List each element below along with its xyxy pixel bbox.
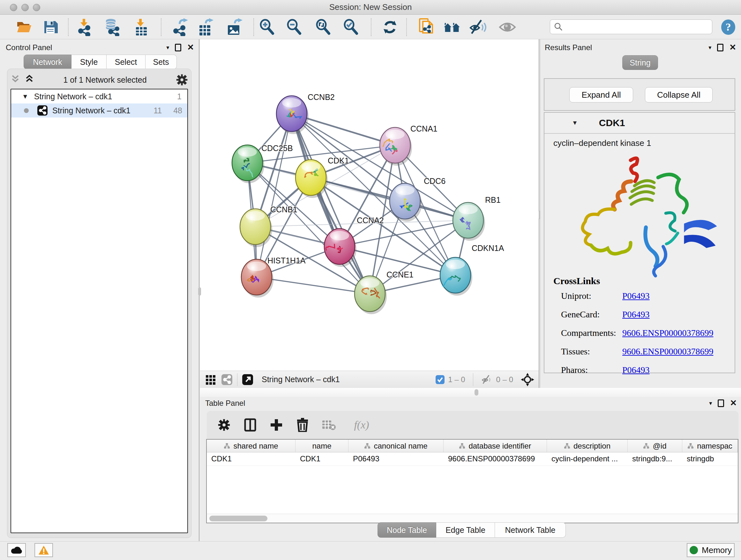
table-gear-icon[interactable] [216, 417, 232, 433]
gear-icon[interactable] [176, 74, 188, 86]
window-close-button[interactable] [10, 4, 17, 11]
tab-edge-table[interactable]: Edge Table [436, 522, 495, 538]
tab-sets[interactable]: Sets [145, 55, 177, 69]
import-network-from-database-icon[interactable] [103, 18, 121, 36]
show-all-icon[interactable] [498, 18, 516, 36]
tab-style[interactable]: Style [71, 55, 107, 69]
network-node-cdc6[interactable]: CDC6 [390, 177, 446, 222]
home-icon[interactable] [443, 18, 461, 36]
collapse-all-button[interactable]: Collapse All [645, 87, 713, 103]
network-edge[interactable] [257, 277, 370, 294]
network-node-ccne1[interactable]: CCNE1 [354, 270, 414, 314]
table-cell[interactable]: stringdb:9... [628, 452, 682, 465]
table-panel-float-icon[interactable] [718, 399, 724, 407]
tab-select[interactable]: Select [107, 55, 145, 69]
network-node-rb1[interactable]: RB1 [453, 195, 501, 241]
protein-section-header[interactable]: ▼ CDK1 [544, 113, 735, 134]
export-network-icon[interactable] [171, 18, 189, 36]
zoom-selected-icon[interactable] [342, 18, 360, 36]
save-session-icon[interactable] [42, 18, 59, 36]
network-share-icon[interactable] [221, 374, 232, 385]
search-input[interactable] [563, 22, 703, 31]
collapse-all-icon[interactable] [10, 74, 20, 85]
crosslink-link[interactable]: P06493 [622, 309, 650, 320]
column-header-description[interactable]: description [547, 440, 628, 452]
zoom-fit-icon[interactable] [314, 18, 332, 36]
control-panel-float-icon[interactable] [175, 44, 181, 51]
table-cell[interactable]: CDK1 [295, 452, 348, 465]
table-cell[interactable]: stringdb [682, 452, 738, 465]
crosslink-link[interactable]: 9606.ENSP00000378699 [622, 328, 713, 338]
export-table-icon[interactable] [196, 18, 214, 36]
results-panel-menu-icon[interactable]: ▾ [709, 44, 711, 51]
crosslink-link[interactable]: P06493 [622, 291, 650, 301]
delete-table-icon[interactable] [321, 417, 336, 433]
tab-network[interactable]: Network [23, 55, 71, 69]
table-horizontal-scrollbar[interactable] [207, 514, 738, 523]
clone-network-icon[interactable] [418, 18, 436, 36]
crosslink-link[interactable]: P06493 [622, 365, 650, 375]
expand-all-button[interactable]: Expand All [569, 87, 633, 103]
network-node-hist1h1a[interactable]: HIST1H1A [241, 256, 306, 298]
column-header-@id[interactable]: @id [628, 440, 682, 452]
function-builder-icon[interactable]: f(x) [347, 417, 376, 433]
section-disclosure-icon[interactable]: ▼ [572, 119, 578, 126]
import-table-icon[interactable] [132, 18, 150, 36]
export-image-icon[interactable] [225, 18, 243, 36]
column-header-canonical-name[interactable]: canonical name [348, 440, 444, 452]
results-panel-float-icon[interactable] [717, 44, 724, 51]
open-session-icon[interactable] [15, 18, 33, 36]
show-columns-icon[interactable] [243, 417, 258, 433]
warning-button[interactable] [35, 543, 53, 557]
table-cell[interactable]: 9606.ENSP00000378699 [444, 452, 547, 465]
network-node-cdc25b[interactable]: CDC25B [232, 144, 293, 183]
grid-view-icon[interactable] [205, 374, 217, 385]
table-row[interactable]: CDK1CDK1P064939606.ENSP00000378699cyclin… [207, 452, 738, 466]
column-header-name[interactable]: name [295, 440, 348, 452]
table-cell[interactable]: cyclin-dependent ... [547, 452, 628, 465]
birdseye-crosshair-icon[interactable] [521, 373, 534, 386]
tab-node-table[interactable]: Node Table [378, 522, 436, 538]
control-panel-menu-icon[interactable]: ▾ [166, 44, 169, 51]
horizontal-splitter[interactable] [200, 388, 741, 397]
network-node-ccnb1[interactable]: CCNB1 [240, 205, 297, 247]
network-node-cdkn1a[interactable]: CDKN1A [440, 244, 504, 296]
window-zoom-button[interactable] [33, 4, 40, 11]
expand-all-icon[interactable] [24, 74, 34, 85]
vertical-splitter-handle[interactable] [198, 287, 201, 296]
tab-network-table[interactable]: Network Table [495, 522, 566, 538]
refresh-icon[interactable] [381, 18, 399, 36]
import-network-icon[interactable] [75, 18, 93, 36]
memory-button[interactable]: Memory [687, 543, 735, 557]
add-column-icon[interactable] [269, 417, 284, 433]
delete-column-icon[interactable] [295, 417, 310, 433]
search-field[interactable] [550, 19, 712, 34]
selected-checkbox-icon[interactable] [435, 375, 445, 384]
help-icon[interactable]: ? [719, 18, 737, 36]
cloud-button[interactable] [7, 543, 26, 557]
tab-string[interactable]: String [622, 55, 658, 70]
table-cell[interactable]: CDK1 [207, 452, 295, 465]
column-header-shared-name[interactable]: shared name [207, 440, 295, 452]
zoom-out-icon[interactable] [285, 18, 303, 36]
table-panel-menu-icon[interactable]: ▾ [709, 400, 712, 407]
horizontal-splitter-handle[interactable] [475, 389, 478, 395]
column-header-database-identifier[interactable]: database identifier [444, 440, 547, 452]
table-cell[interactable]: P06493 [348, 452, 444, 465]
network-edge[interactable] [292, 114, 370, 294]
zoom-in-icon[interactable] [258, 18, 276, 36]
crosslink-link[interactable]: 9606.ENSP00000378699 [622, 347, 713, 357]
results-panel-close-icon[interactable]: ✕ [729, 43, 736, 52]
window-minimize-button[interactable] [21, 4, 29, 11]
control-panel-close-icon[interactable]: ✕ [187, 43, 194, 52]
tree-disclosure-icon[interactable]: ▼ [22, 93, 28, 100]
network-canvas[interactable]: CCNB2CCNA1CDC25BCDK1CDC6RB1CCNB1CCNA2CDK… [200, 39, 539, 371]
column-header-namespac[interactable]: namespac [682, 440, 738, 452]
network-tree-root-row[interactable]: ▼ String Network – cdk1 1 [11, 89, 187, 104]
scrollbar-thumb[interactable] [209, 516, 267, 521]
detach-view-icon[interactable] [242, 374, 253, 385]
hide-unhide-icon[interactable] [469, 18, 487, 36]
network-tree-child-row[interactable]: String Network – cdk1 11 48 [11, 104, 187, 118]
network-edge[interactable] [257, 114, 292, 277]
table-panel-close-icon[interactable]: ✕ [730, 398, 737, 408]
